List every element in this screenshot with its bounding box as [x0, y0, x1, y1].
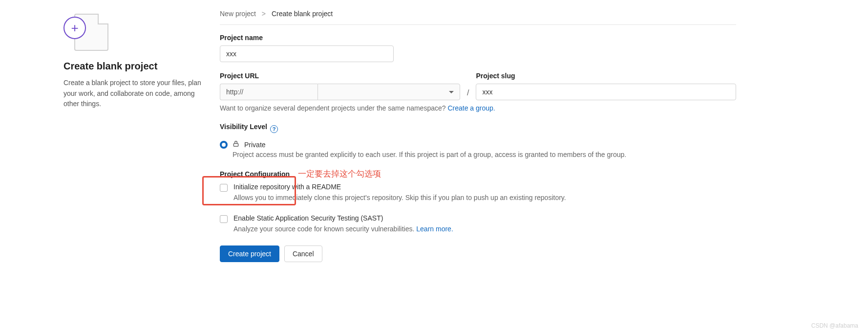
sidebar-description: Create a blank project to store your fil… — [64, 78, 205, 110]
breadcrumb-parent[interactable]: New project — [220, 10, 256, 18]
readme-description: Allows you to immediately clone this pro… — [233, 194, 736, 201]
breadcrumb-separator: > — [262, 10, 266, 18]
private-label: Private — [244, 141, 266, 149]
namespace-select[interactable] — [318, 84, 460, 100]
blank-project-icon: + — [64, 10, 107, 51]
private-description: Project access must be granted explicitl… — [233, 151, 736, 158]
project-configuration-label: Project Configuration — [220, 170, 290, 178]
sast-checkbox-label: Enable Static Application Security Testi… — [233, 214, 383, 222]
sidebar: + Create blank project Create a blank pr… — [64, 10, 220, 262]
annotation-text: 一定要去掉这个勾选项 — [298, 168, 381, 179]
lock-icon — [233, 140, 239, 149]
project-name-input[interactable] — [220, 45, 394, 62]
readme-checkbox[interactable] — [220, 184, 228, 192]
svg-rect-0 — [233, 143, 238, 146]
sast-description: Analyze your source code for known secur… — [233, 225, 736, 233]
watermark: CSDN @afabama — [811, 322, 858, 329]
project-name-label: Project name — [220, 34, 736, 42]
cancel-button[interactable]: Cancel — [284, 245, 322, 262]
sast-checkbox[interactable] — [220, 215, 228, 223]
project-url-label: Project URL — [220, 72, 460, 80]
sast-learn-more-link[interactable]: Learn more. — [416, 225, 453, 233]
visibility-level-label: Visibility Level — [220, 123, 267, 131]
readme-checkbox-label: Initialize repository with a README — [233, 183, 341, 191]
private-radio[interactable] — [220, 141, 228, 149]
breadcrumb: New project > Create blank project — [220, 10, 736, 25]
namespace-hint: Want to organize several dependent proje… — [220, 104, 736, 112]
main-form: New project > Create blank project Proje… — [220, 10, 868, 262]
help-icon[interactable]: ? — [270, 125, 278, 133]
sidebar-title: Create blank project — [64, 61, 205, 72]
url-prefix: http:// — [220, 84, 318, 100]
project-slug-label: Project slug — [476, 72, 736, 80]
breadcrumb-current: Create blank project — [272, 10, 333, 18]
project-slug-input[interactable] — [476, 84, 736, 100]
create-project-button[interactable]: Create project — [220, 245, 279, 262]
create-group-link[interactable]: Create a group. — [447, 104, 495, 112]
url-slash: / — [465, 89, 471, 100]
plus-icon: + — [64, 17, 86, 39]
